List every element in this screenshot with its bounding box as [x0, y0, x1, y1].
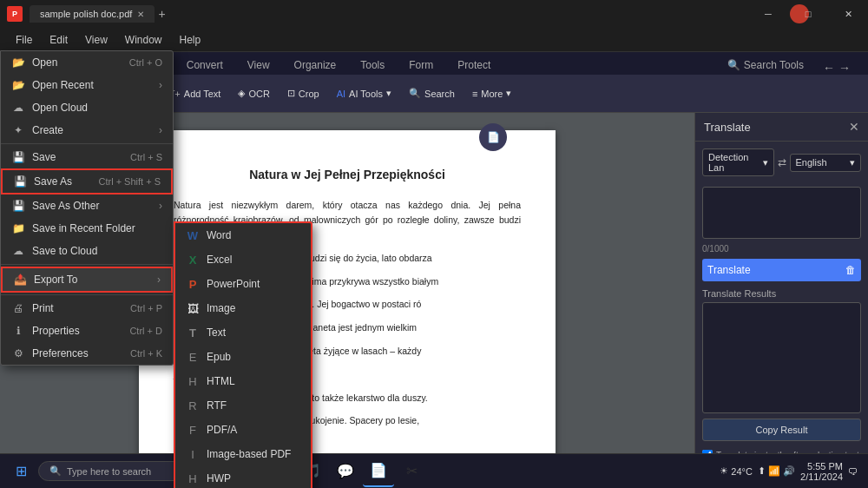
menu-item-open-cloud[interactable]: ☁ Open Cloud	[1, 96, 173, 119]
export-word-label: Word	[207, 229, 231, 241]
crop-button[interactable]: ⊡ Crop	[280, 84, 326, 102]
menu-view[interactable]: View	[76, 30, 116, 49]
tab-tools[interactable]: Tools	[348, 56, 397, 75]
menu-item-save-cloud[interactable]: ☁ Save to Cloud	[1, 240, 173, 262]
export-text[interactable]: T Text	[175, 320, 311, 345]
crop-label: Crop	[299, 89, 319, 99]
time-display: 5:55 PM	[800, 461, 843, 472]
export-epub[interactable]: E Epub	[175, 345, 311, 369]
taskbar-search-icon: 🔍	[49, 465, 62, 477]
file-menu: 📂 Open Ctrl + O 📂 Open Recent › ☁ Open C…	[0, 50, 174, 366]
search-button[interactable]: 🔍 Search	[402, 84, 462, 102]
save-as-icon: 💾	[13, 175, 27, 188]
start-button[interactable]: ⊞	[3, 454, 38, 489]
export-word[interactable]: W Word	[175, 223, 311, 247]
export-pdfa[interactable]: F PDF/A	[175, 418, 311, 442]
back-button[interactable]: ←	[823, 61, 835, 75]
export-image[interactable]: 🖼 Image	[175, 296, 311, 320]
clock[interactable]: 5:55 PM 2/11/2024	[800, 461, 843, 482]
taskbar: ⊞ 🔍 Type here to search 🌐 🔵 📁 🎵 💬 📄 ✂ ☀ …	[0, 453, 868, 488]
preferences-shortcut: Ctrl + K	[130, 348, 162, 359]
menu-window[interactable]: Window	[116, 30, 171, 49]
notifications-icon[interactable]: 🗨	[848, 466, 858, 477]
menu-item-save-recent[interactable]: 📁 Save in Recent Folder	[1, 217, 173, 240]
ocr-button[interactable]: ◈ OCR	[231, 84, 276, 102]
menu-item-open-recent[interactable]: 📂 Open Recent ›	[1, 74, 173, 96]
app-tab[interactable]: sample polish doc.pdf ✕	[30, 5, 155, 23]
menu-divider-2	[1, 264, 173, 265]
menu-bar: File Edit View Window Help	[0, 28, 868, 52]
translate-button[interactable]: Translate 🗑	[702, 259, 861, 281]
menu-item-save[interactable]: 💾 Save Ctrl + S	[1, 146, 173, 168]
translate-input[interactable]	[702, 187, 861, 239]
save-cloud-icon: ☁	[11, 245, 25, 257]
export-excel[interactable]: X Excel	[175, 247, 311, 272]
language-selector: Detection Lan ▾ ⇄ English ▾	[695, 142, 868, 183]
taskbar-snipping[interactable]: ✂	[396, 456, 427, 487]
maximize-button[interactable]: □	[788, 0, 828, 28]
tab-organize[interactable]: Organize	[282, 56, 349, 75]
source-language-select[interactable]: Detection Lan ▾	[702, 148, 774, 176]
tab-form[interactable]: Form	[397, 56, 445, 75]
translate-button-label: Translate	[707, 264, 751, 276]
export-powerpoint[interactable]: P PowerPoint	[175, 272, 311, 296]
export-image-pdf[interactable]: I Image-based PDF	[175, 442, 311, 466]
open-recent-label: Open Recent	[32, 79, 152, 91]
menu-edit[interactable]: Edit	[41, 30, 76, 49]
swap-languages-button[interactable]: ⇄	[778, 156, 786, 168]
save-as-shortcut: Ctrl + Shift + S	[98, 176, 161, 187]
translate-trash-icon[interactable]: 🗑	[845, 264, 856, 276]
ocr-icon: ◈	[238, 88, 245, 99]
window-controls: ─ □ ✕	[748, 0, 868, 28]
menu-item-open[interactable]: 📂 Open Ctrl + O	[1, 51, 173, 74]
close-button[interactable]: ✕	[828, 0, 868, 28]
tab-view[interactable]: View	[235, 56, 282, 75]
tab-protect[interactable]: Protect	[445, 56, 503, 75]
export-image-label: Image	[207, 302, 235, 314]
menu-item-export[interactable]: 📤 Export To ›	[1, 267, 173, 293]
close-tab-icon[interactable]: ✕	[137, 10, 144, 19]
page-info-badge[interactable]: 📄	[479, 123, 507, 151]
translate-results	[702, 302, 861, 413]
target-language-select[interactable]: English ▾	[790, 154, 862, 172]
preferences-label: Preferences	[32, 347, 123, 359]
save-as-other-label: Save As Other	[32, 200, 152, 212]
menu-file[interactable]: File	[7, 30, 41, 49]
export-hwp[interactable]: H HWP	[175, 466, 311, 488]
menu-item-create[interactable]: ✦ Create ›	[1, 119, 173, 142]
taskbar-search[interactable]: 🔍 Type here to search	[38, 461, 194, 481]
menu-help[interactable]: Help	[171, 30, 210, 49]
ai-tools-button[interactable]: AI AI Tools ▾	[330, 84, 398, 102]
word-icon: W	[186, 228, 200, 242]
forward-button[interactable]: →	[838, 61, 851, 75]
menu-divider-1	[1, 143, 173, 144]
taskbar-pdf-app[interactable]: 📄	[363, 456, 394, 487]
taskbar-right: ☀ 24°C ⬆ 📶 🔊 5:55 PM 2/11/2024 🗨	[713, 461, 865, 482]
menu-item-properties[interactable]: ℹ Properties Ctrl + D	[1, 320, 173, 342]
search-tools-label[interactable]: Search Tools	[744, 59, 804, 71]
search-icon: 🔍	[727, 59, 740, 71]
copy-result-button[interactable]: Copy Result	[702, 419, 861, 441]
menu-item-print[interactable]: 🖨 Print Ctrl + P	[1, 297, 173, 320]
minimize-button[interactable]: ─	[748, 0, 788, 28]
add-tab-button[interactable]: +	[158, 7, 165, 21]
add-text-label: Add Text	[184, 89, 221, 99]
more-button[interactable]: ≡ More ▾	[465, 84, 518, 102]
ocr-label: OCR	[248, 89, 269, 99]
translate-header: Translate ✕	[695, 113, 868, 142]
translate-close-button[interactable]: ✕	[849, 120, 859, 134]
target-lang-label: English	[796, 157, 827, 168]
export-html[interactable]: H HTML	[175, 369, 311, 393]
search-tools-area: 🔍 Search Tools	[715, 56, 816, 75]
save-as-other-arrow: ›	[159, 200, 162, 212]
app-icon: P	[7, 6, 23, 22]
taskbar-discord[interactable]: 💬	[330, 456, 361, 487]
menu-item-preferences[interactable]: ⚙ Preferences Ctrl + K	[1, 342, 173, 365]
open-recent-arrow: ›	[159, 79, 162, 91]
search-icon: 🔍	[409, 88, 421, 99]
menu-item-save-as-other[interactable]: 💾 Save As Other ›	[1, 195, 173, 217]
export-rtf[interactable]: R RTF	[175, 393, 311, 418]
properties-shortcut: Ctrl + D	[129, 326, 162, 336]
menu-item-save-as[interactable]: 💾 Save As Ctrl + Shift + S	[1, 168, 173, 195]
tab-convert[interactable]: Convert	[174, 56, 235, 75]
